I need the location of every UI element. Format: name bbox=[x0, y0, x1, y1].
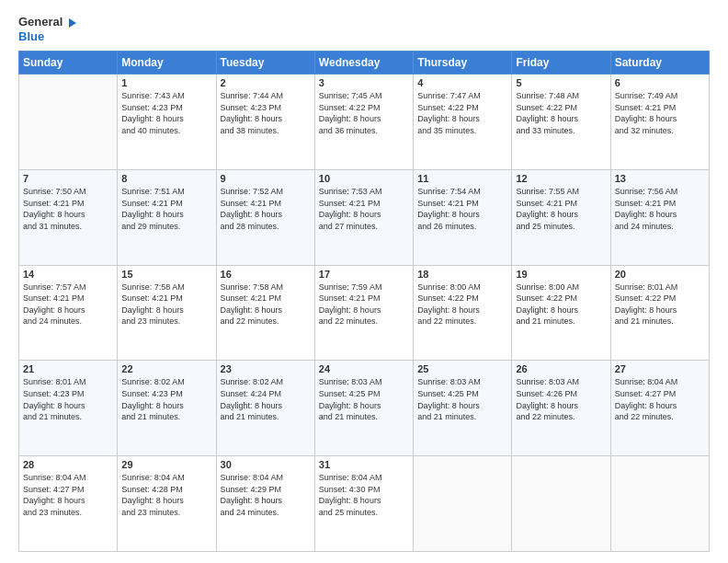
calendar-cell: 30Sunrise: 8:04 AM Sunset: 4:29 PM Dayli… bbox=[216, 456, 314, 552]
day-info: Sunrise: 7:44 AM Sunset: 4:23 PM Dayligh… bbox=[221, 90, 311, 136]
svg-marker-0 bbox=[69, 18, 76, 28]
day-info: Sunrise: 7:54 AM Sunset: 4:21 PM Dayligh… bbox=[417, 186, 507, 232]
weekday-header-monday: Monday bbox=[118, 52, 216, 75]
day-info: Sunrise: 8:04 AM Sunset: 4:28 PM Dayligh… bbox=[121, 472, 211, 518]
logo-text-block: General Blue bbox=[18, 15, 76, 43]
calendar-cell: 31Sunrise: 8:04 AM Sunset: 4:30 PM Dayli… bbox=[314, 456, 413, 552]
day-number: 27 bbox=[615, 363, 705, 374]
calendar-cell bbox=[19, 75, 118, 170]
day-number: 10 bbox=[319, 173, 409, 184]
week-row-3: 14Sunrise: 7:57 AM Sunset: 4:21 PM Dayli… bbox=[19, 265, 710, 361]
logo-blue: Blue bbox=[18, 29, 44, 43]
day-number: 3 bbox=[319, 77, 409, 88]
calendar-cell: 28Sunrise: 8:04 AM Sunset: 4:27 PM Dayli… bbox=[19, 456, 118, 552]
weekday-header-thursday: Thursday bbox=[414, 52, 512, 75]
day-info: Sunrise: 8:03 AM Sunset: 4:25 PM Dayligh… bbox=[319, 376, 409, 422]
calendar-cell: 13Sunrise: 7:56 AM Sunset: 4:21 PM Dayli… bbox=[610, 169, 709, 265]
day-number: 17 bbox=[319, 269, 409, 280]
day-number: 13 bbox=[615, 173, 705, 184]
week-row-5: 28Sunrise: 8:04 AM Sunset: 4:27 PM Dayli… bbox=[19, 456, 710, 552]
calendar-cell: 26Sunrise: 8:03 AM Sunset: 4:26 PM Dayli… bbox=[512, 361, 610, 456]
day-info: Sunrise: 7:57 AM Sunset: 4:21 PM Dayligh… bbox=[23, 282, 113, 327]
calendar-cell: 17Sunrise: 7:59 AM Sunset: 4:21 PM Dayli… bbox=[314, 265, 413, 361]
day-info: Sunrise: 8:00 AM Sunset: 4:22 PM Dayligh… bbox=[516, 282, 606, 327]
day-info: Sunrise: 7:55 AM Sunset: 4:21 PM Dayligh… bbox=[516, 186, 606, 232]
day-number: 20 bbox=[615, 269, 705, 280]
calendar-cell: 29Sunrise: 8:04 AM Sunset: 4:28 PM Dayli… bbox=[118, 456, 216, 552]
day-number: 12 bbox=[516, 173, 606, 184]
day-info: Sunrise: 8:02 AM Sunset: 4:23 PM Dayligh… bbox=[121, 376, 211, 422]
day-info: Sunrise: 7:47 AM Sunset: 4:22 PM Dayligh… bbox=[417, 90, 507, 136]
calendar-cell: 19Sunrise: 8:00 AM Sunset: 4:22 PM Dayli… bbox=[512, 265, 610, 361]
weekday-header-tuesday: Tuesday bbox=[216, 52, 314, 75]
day-number: 7 bbox=[23, 173, 113, 184]
day-info: Sunrise: 7:51 AM Sunset: 4:21 PM Dayligh… bbox=[121, 186, 211, 232]
day-info: Sunrise: 7:48 AM Sunset: 4:22 PM Dayligh… bbox=[516, 90, 606, 136]
day-info: Sunrise: 8:04 AM Sunset: 4:29 PM Dayligh… bbox=[221, 472, 311, 518]
logo: General Blue bbox=[18, 15, 76, 43]
day-number: 31 bbox=[319, 459, 409, 470]
calendar-cell: 14Sunrise: 7:57 AM Sunset: 4:21 PM Dayli… bbox=[19, 265, 118, 361]
calendar-cell: 7Sunrise: 7:50 AM Sunset: 4:21 PM Daylig… bbox=[19, 169, 118, 265]
day-info: Sunrise: 7:56 AM Sunset: 4:21 PM Dayligh… bbox=[615, 186, 705, 232]
calendar-table: SundayMondayTuesdayWednesdayThursdayFrid… bbox=[18, 51, 710, 552]
day-number: 11 bbox=[417, 173, 507, 184]
day-number: 25 bbox=[417, 363, 507, 374]
weekday-header-row: SundayMondayTuesdayWednesdayThursdayFrid… bbox=[19, 52, 710, 75]
day-info: Sunrise: 8:03 AM Sunset: 4:26 PM Dayligh… bbox=[516, 376, 606, 422]
day-number: 30 bbox=[221, 459, 311, 470]
weekday-header-saturday: Saturday bbox=[610, 52, 709, 75]
calendar-cell: 8Sunrise: 7:51 AM Sunset: 4:21 PM Daylig… bbox=[118, 169, 216, 265]
day-number: 19 bbox=[516, 269, 606, 280]
day-number: 26 bbox=[516, 363, 606, 374]
day-number: 1 bbox=[121, 77, 211, 88]
day-number: 8 bbox=[121, 173, 211, 184]
calendar-cell: 12Sunrise: 7:55 AM Sunset: 4:21 PM Dayli… bbox=[512, 169, 610, 265]
calendar-cell: 24Sunrise: 8:03 AM Sunset: 4:25 PM Dayli… bbox=[314, 361, 413, 456]
day-number: 15 bbox=[121, 269, 211, 280]
day-info: Sunrise: 8:01 AM Sunset: 4:22 PM Dayligh… bbox=[615, 282, 705, 327]
day-info: Sunrise: 7:59 AM Sunset: 4:21 PM Dayligh… bbox=[319, 282, 409, 327]
day-info: Sunrise: 8:04 AM Sunset: 4:27 PM Dayligh… bbox=[615, 376, 705, 422]
day-info: Sunrise: 8:00 AM Sunset: 4:22 PM Dayligh… bbox=[417, 282, 507, 327]
calendar-cell: 1Sunrise: 7:43 AM Sunset: 4:23 PM Daylig… bbox=[118, 75, 216, 170]
day-info: Sunrise: 7:58 AM Sunset: 4:21 PM Dayligh… bbox=[221, 282, 311, 327]
day-info: Sunrise: 8:01 AM Sunset: 4:23 PM Dayligh… bbox=[23, 376, 113, 422]
logo-arrow-icon bbox=[63, 17, 76, 29]
day-info: Sunrise: 7:43 AM Sunset: 4:23 PM Dayligh… bbox=[121, 90, 211, 136]
day-info: Sunrise: 8:03 AM Sunset: 4:25 PM Dayligh… bbox=[417, 376, 507, 422]
day-number: 16 bbox=[221, 269, 311, 280]
day-info: Sunrise: 7:53 AM Sunset: 4:21 PM Dayligh… bbox=[319, 186, 409, 232]
week-row-1: 1Sunrise: 7:43 AM Sunset: 4:23 PM Daylig… bbox=[19, 75, 710, 170]
day-number: 29 bbox=[121, 459, 211, 470]
day-info: Sunrise: 7:50 AM Sunset: 4:21 PM Dayligh… bbox=[23, 186, 113, 232]
calendar-cell: 20Sunrise: 8:01 AM Sunset: 4:22 PM Dayli… bbox=[610, 265, 709, 361]
day-number: 14 bbox=[23, 269, 113, 280]
day-number: 2 bbox=[221, 77, 311, 88]
calendar-cell: 6Sunrise: 7:49 AM Sunset: 4:21 PM Daylig… bbox=[610, 75, 709, 170]
day-number: 9 bbox=[221, 173, 311, 184]
calendar-cell: 21Sunrise: 8:01 AM Sunset: 4:23 PM Dayli… bbox=[19, 361, 118, 456]
calendar-cell: 18Sunrise: 8:00 AM Sunset: 4:22 PM Dayli… bbox=[414, 265, 512, 361]
calendar-cell: 22Sunrise: 8:02 AM Sunset: 4:23 PM Dayli… bbox=[118, 361, 216, 456]
calendar-cell bbox=[512, 456, 610, 552]
day-info: Sunrise: 7:45 AM Sunset: 4:22 PM Dayligh… bbox=[319, 90, 409, 136]
day-number: 5 bbox=[516, 77, 606, 88]
calendar-cell: 15Sunrise: 7:58 AM Sunset: 4:21 PM Dayli… bbox=[118, 265, 216, 361]
day-info: Sunrise: 7:52 AM Sunset: 4:21 PM Dayligh… bbox=[221, 186, 311, 232]
calendar-cell: 27Sunrise: 8:04 AM Sunset: 4:27 PM Dayli… bbox=[610, 361, 709, 456]
day-number: 22 bbox=[121, 363, 211, 374]
week-row-4: 21Sunrise: 8:01 AM Sunset: 4:23 PM Dayli… bbox=[19, 361, 710, 456]
day-number: 28 bbox=[23, 459, 113, 470]
calendar-cell: 23Sunrise: 8:02 AM Sunset: 4:24 PM Dayli… bbox=[216, 361, 314, 456]
day-info: Sunrise: 7:49 AM Sunset: 4:21 PM Dayligh… bbox=[615, 90, 705, 136]
day-number: 24 bbox=[319, 363, 409, 374]
week-row-2: 7Sunrise: 7:50 AM Sunset: 4:21 PM Daylig… bbox=[19, 169, 710, 265]
calendar-cell: 9Sunrise: 7:52 AM Sunset: 4:21 PM Daylig… bbox=[216, 169, 314, 265]
day-number: 21 bbox=[23, 363, 113, 374]
calendar-cell bbox=[610, 456, 709, 552]
calendar-cell: 3Sunrise: 7:45 AM Sunset: 4:22 PM Daylig… bbox=[314, 75, 413, 170]
page: General Blue SundayMondayTuesdayWednesda… bbox=[0, 0, 728, 563]
calendar-cell: 5Sunrise: 7:48 AM Sunset: 4:22 PM Daylig… bbox=[512, 75, 610, 170]
day-number: 18 bbox=[417, 269, 507, 280]
